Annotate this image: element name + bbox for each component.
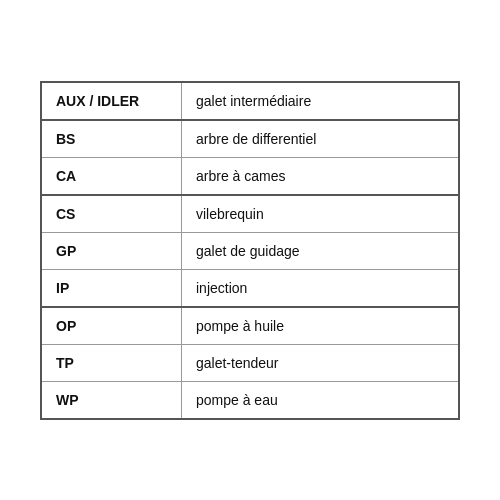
table-row: WPpompe à eau (42, 382, 458, 418)
table-row: CSvilebrequin (42, 196, 458, 233)
main-table: AUX / IDLERgalet intermédiaireBSarbre de… (40, 81, 460, 420)
description-cell: galet de guidage (182, 233, 458, 269)
table-row: AUX / IDLERgalet intermédiaire (42, 83, 458, 121)
code-cell: AUX / IDLER (42, 83, 182, 119)
table-row: TPgalet-tendeur (42, 345, 458, 382)
description-cell: pompe à eau (182, 382, 458, 418)
code-cell: CA (42, 158, 182, 194)
description-cell: arbre de differentiel (182, 121, 458, 157)
description-cell: arbre à cames (182, 158, 458, 194)
code-cell: BS (42, 121, 182, 157)
code-cell: TP (42, 345, 182, 381)
description-cell: injection (182, 270, 458, 306)
description-cell: galet intermédiaire (182, 83, 458, 119)
code-cell: GP (42, 233, 182, 269)
table-row: CAarbre à cames (42, 158, 458, 196)
table-row: BSarbre de differentiel (42, 121, 458, 158)
description-cell: pompe à huile (182, 308, 458, 344)
table-row: GPgalet de guidage (42, 233, 458, 270)
table-row: OPpompe à huile (42, 308, 458, 345)
code-cell: CS (42, 196, 182, 232)
description-cell: vilebrequin (182, 196, 458, 232)
description-cell: galet-tendeur (182, 345, 458, 381)
code-cell: IP (42, 270, 182, 306)
table-row: IPinjection (42, 270, 458, 308)
code-cell: OP (42, 308, 182, 344)
code-cell: WP (42, 382, 182, 418)
